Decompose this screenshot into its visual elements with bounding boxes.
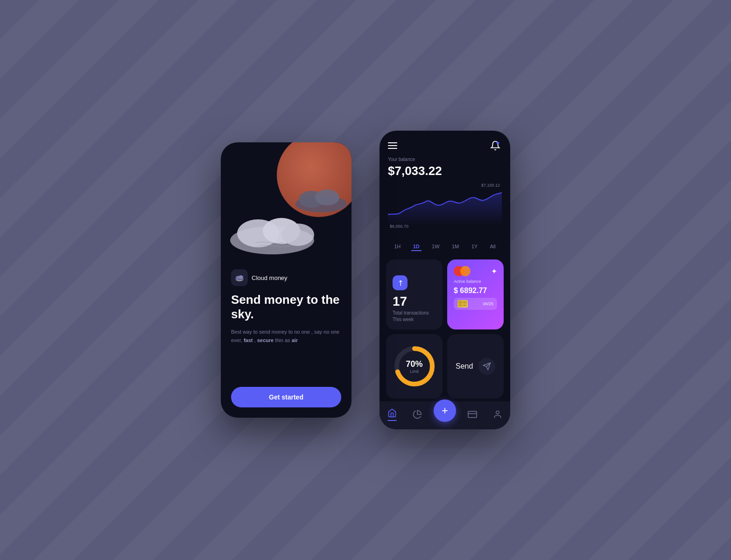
balance-section: Your balance $7,033.22 bbox=[380, 157, 510, 183]
balance-chart: $7,150.12 $6,550.70 bbox=[380, 183, 510, 239]
active-balance-amount: $ 6892.77 bbox=[454, 287, 497, 295]
send-arrow-icon bbox=[483, 362, 491, 371]
hamburger-line-2 bbox=[388, 145, 397, 146]
add-button[interactable]: + bbox=[434, 399, 456, 422]
plus-icon: + bbox=[442, 405, 448, 416]
nav-home[interactable] bbox=[383, 406, 401, 423]
time-filter-1h[interactable]: 1H bbox=[392, 243, 402, 251]
active-balance-label: Active balance bbox=[454, 279, 497, 284]
svg-rect-15 bbox=[468, 411, 477, 417]
donut-text: 70% Limit bbox=[406, 359, 422, 374]
phones-container: Cloud money Send money to the sky. Best … bbox=[221, 131, 510, 429]
phone-onboarding: Cloud money Send money to the sky. Best … bbox=[221, 142, 351, 418]
chip-cell bbox=[458, 304, 463, 307]
chip-cell bbox=[463, 304, 467, 307]
dashboard-header bbox=[380, 131, 510, 157]
chip-cell bbox=[458, 301, 463, 304]
transactions-icon: ↗ bbox=[393, 275, 408, 290]
card-icon bbox=[467, 409, 478, 420]
cloud-small bbox=[295, 184, 342, 208]
nav-analytics[interactable] bbox=[408, 407, 426, 421]
transactions-card: ↗ 17 Total transactions This week bbox=[386, 259, 443, 329]
card-chip-row: 06/25 bbox=[454, 298, 497, 310]
chart-low-label: $6,550.70 bbox=[390, 224, 408, 229]
time-filter-1d[interactable]: 1D bbox=[411, 243, 422, 251]
mc-circle-right bbox=[460, 266, 471, 276]
phone-dashboard: Your balance $7,033.22 $7,150.12 $6,550.… bbox=[380, 131, 510, 429]
mastercard-icon bbox=[454, 266, 471, 276]
notification-bell-icon[interactable] bbox=[489, 139, 502, 152]
hamburger-line-1 bbox=[388, 142, 397, 143]
nav-profile[interactable] bbox=[489, 407, 506, 421]
svg-point-6 bbox=[315, 189, 339, 205]
highlight-secure: secure bbox=[257, 337, 274, 343]
donut-chart: 70% Limit bbox=[394, 345, 436, 387]
brand-name: Cloud money bbox=[252, 274, 288, 281]
time-filter-1y[interactable]: 1Y bbox=[470, 243, 479, 251]
dashboard-cards: ↗ 17 Total transactions This week ✦ Act bbox=[380, 257, 510, 401]
svg-point-17 bbox=[496, 411, 499, 414]
donut-percent: 70% bbox=[406, 359, 422, 369]
menu-icon[interactable] bbox=[388, 142, 397, 149]
time-filter-all[interactable]: All bbox=[488, 243, 498, 251]
hero-section bbox=[221, 142, 351, 264]
analytics-icon bbox=[412, 409, 422, 420]
active-balance-card: ✦ Active balance $ 6892.77 06/25 bbox=[447, 259, 504, 329]
get-started-button[interactable]: Get started bbox=[231, 387, 341, 407]
chip-cell bbox=[463, 301, 467, 304]
send-card[interactable]: Send bbox=[447, 334, 504, 399]
onboarding-content: Cloud money Send money to the sky. Best … bbox=[221, 264, 351, 418]
home-icon bbox=[387, 408, 397, 418]
arrow-up-right-icon: ↗ bbox=[395, 278, 406, 288]
home-active-indicator bbox=[387, 420, 397, 421]
active-balance-header: ✦ bbox=[454, 266, 497, 276]
onboarding-title: Send money to the sky. bbox=[231, 293, 341, 322]
time-filter-bar: 1H 1D 1W 1M 1Y All bbox=[380, 239, 510, 257]
chip-icon bbox=[457, 300, 468, 308]
onboarding-subtitle: Best way to send money to no one , say n… bbox=[231, 328, 341, 376]
transactions-count: 17 bbox=[393, 295, 436, 308]
brand-icon bbox=[231, 269, 248, 286]
sparkle-icon: ✦ bbox=[491, 267, 497, 276]
balance-label: Your balance bbox=[388, 157, 502, 162]
send-icon-circle bbox=[478, 358, 495, 375]
profile-icon bbox=[492, 409, 503, 420]
svg-point-3 bbox=[281, 224, 314, 246]
cloud-large bbox=[230, 208, 314, 250]
limit-card: 70% Limit bbox=[386, 334, 443, 399]
bottom-nav: + bbox=[380, 401, 510, 429]
nav-card[interactable] bbox=[464, 407, 481, 421]
send-label: Send bbox=[456, 362, 473, 371]
donut-label: Limit bbox=[406, 369, 422, 374]
highlight-fast: fast bbox=[244, 337, 253, 343]
time-filter-1m[interactable]: 1M bbox=[450, 243, 461, 251]
chart-high-label: $7,150.12 bbox=[481, 183, 500, 188]
transactions-label: Total transactions This week bbox=[393, 310, 436, 323]
balance-amount: $7,033.22 bbox=[388, 164, 502, 178]
highlight-air: air bbox=[292, 337, 298, 343]
hamburger-line-3 bbox=[388, 148, 397, 149]
card-expiry: 06/25 bbox=[483, 301, 493, 306]
svg-point-10 bbox=[497, 142, 499, 145]
svg-point-9 bbox=[239, 275, 243, 279]
brand-badge: Cloud money bbox=[231, 269, 341, 286]
time-filter-1w[interactable]: 1W bbox=[430, 243, 442, 251]
chart-line bbox=[388, 183, 502, 225]
